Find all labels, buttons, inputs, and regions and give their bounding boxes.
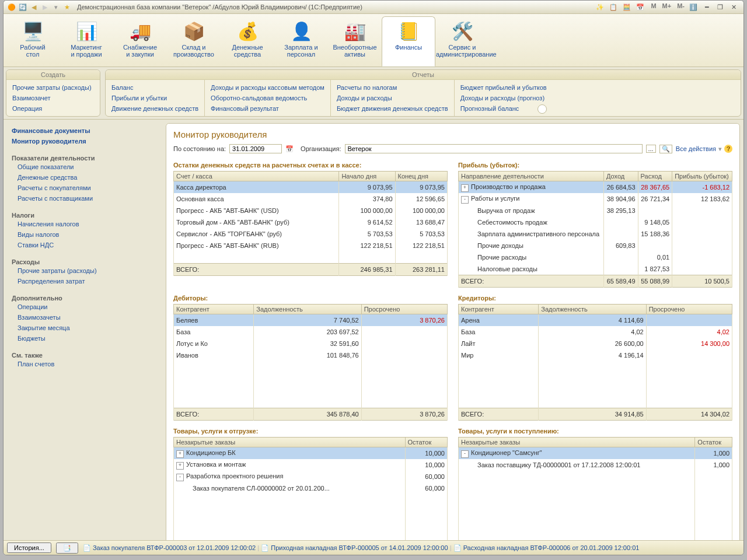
subpanel-link[interactable]: Прочие затраты (расходы) xyxy=(12,82,92,93)
subpanel-link[interactable]: Расчеты по налогам xyxy=(337,82,448,93)
sidebar-item[interactable]: Общие показатели xyxy=(12,162,158,172)
fav-add-icon[interactable]: ✨ xyxy=(595,2,605,12)
col-header[interactable]: Незакрытые заказы xyxy=(459,438,695,447)
table-row[interactable]: База203 697,52 xyxy=(174,326,448,338)
sidebar-item[interactable]: Денежные средства xyxy=(12,172,158,183)
subpanel-link[interactable]: Операция xyxy=(12,103,92,114)
mem-mminus-button[interactable]: M- xyxy=(675,2,686,12)
col-header[interactable]: Остаток xyxy=(405,438,448,447)
col-header[interactable]: Незакрытые заказы xyxy=(174,438,406,447)
expand-icon[interactable]: + xyxy=(461,184,469,192)
ribbon-tab[interactable]: 📊Маркетинг и продажи xyxy=(60,16,113,66)
calc-icon[interactable]: 🧮 xyxy=(622,2,631,12)
table-row[interactable]: Беляев7 740,523 870,26 xyxy=(174,314,448,327)
table-row[interactable]: Лотус и Ко32 591,60 xyxy=(174,338,448,349)
org-ellipsis-button[interactable]: ... xyxy=(646,145,656,153)
org-search-icon[interactable]: 🔍 xyxy=(659,145,672,153)
col-header[interactable]: Направление деятельности xyxy=(459,172,604,181)
chevron-down-icon[interactable]: ▾ xyxy=(718,145,722,153)
table-row[interactable]: -Кондиционер "Самсунг"1,000 xyxy=(459,447,732,460)
col-header[interactable]: Контрагент xyxy=(459,304,539,314)
sidebar-item[interactable]: Бюджеты xyxy=(12,333,158,344)
subpanel-link[interactable]: Прогнозный баланс xyxy=(460,103,547,114)
subpanel-link[interactable]: Доходы и расходы xyxy=(337,93,448,103)
table-row[interactable]: +Производство и продажа26 684,5328 367,6… xyxy=(459,181,732,194)
table-row[interactable]: Заказ покупателя СЛ-00000002 от 20.01.20… xyxy=(174,482,448,494)
sidebar-item[interactable]: Закрытие месяца xyxy=(12,323,158,333)
col-header[interactable]: Расход xyxy=(638,172,672,181)
subpanel-link[interactable]: Баланс xyxy=(111,82,198,93)
subpanel-link[interactable]: Финансовый результат xyxy=(211,103,324,114)
ribbon-tab[interactable]: 🛠️Сервис и администрирование xyxy=(435,16,489,66)
col-header[interactable]: Просрочено xyxy=(361,304,447,314)
subpanel-link[interactable]: Доходы и расходы кассовым методом xyxy=(211,82,324,93)
col-header[interactable]: Контрагент xyxy=(174,304,254,314)
ribbon-tab[interactable]: 💰Денежные средства xyxy=(221,16,274,66)
table-row[interactable]: Мир4 196,14 xyxy=(459,349,732,361)
subpanel-link[interactable]: Бюджет движения денежных средств xyxy=(337,103,448,114)
table-row[interactable]: Себестоимость продаж9 148,05 xyxy=(459,216,732,228)
expand-icon[interactable]: - xyxy=(461,196,469,204)
maximize-icon[interactable]: ❐ xyxy=(715,2,725,12)
col-header[interactable]: Задолженность xyxy=(254,304,361,314)
col-header[interactable]: Просрочено xyxy=(646,304,732,314)
date-picker-icon[interactable]: 📅 xyxy=(285,145,294,153)
star-icon[interactable]: ★ xyxy=(62,2,72,12)
col-header[interactable]: Прибыль (убыток) xyxy=(672,172,732,181)
col-header[interactable]: Начало дня xyxy=(339,172,395,181)
sidebar-item[interactable]: Взаимозачеты xyxy=(12,312,158,323)
col-header[interactable]: Конец дня xyxy=(395,172,447,181)
table-row[interactable]: Зарплата административного персонала15 1… xyxy=(459,228,732,240)
table-row[interactable]: Прочие расходы0,01 xyxy=(459,251,732,263)
expand-icon[interactable]: - xyxy=(461,450,469,458)
col-header[interactable]: Доход xyxy=(603,172,638,181)
sidebar-item[interactable]: Виды налогов xyxy=(12,229,158,240)
sidebar-item[interactable]: Финансовые документы xyxy=(12,125,158,136)
status-doc-link[interactable]: Приходная накладная ВТФР-000005 от 14.01… xyxy=(271,544,448,551)
expand-icon[interactable]: + xyxy=(176,462,184,470)
mem-mplus-button[interactable]: M+ xyxy=(661,2,673,12)
info-icon[interactable]: ℹ️ xyxy=(689,2,698,12)
table-row[interactable]: Прочие доходы609,83 xyxy=(459,240,732,251)
subpanel-link[interactable]: Движение денежных средств xyxy=(111,103,198,114)
ribbon-tab[interactable]: 🖥️Рабочий стол xyxy=(6,16,60,66)
table-row[interactable]: База4,024,02 xyxy=(459,326,732,338)
table-row[interactable]: Лайт26 600,0014 300,00 xyxy=(459,338,732,349)
back-icon[interactable]: ◀ xyxy=(29,2,39,12)
more-icon[interactable] xyxy=(537,104,547,114)
mem-m-button[interactable]: M xyxy=(649,2,658,12)
org-input[interactable] xyxy=(345,144,643,153)
table-row[interactable]: Налоговые расходы1 827,53 xyxy=(459,263,732,275)
expand-icon[interactable]: + xyxy=(176,450,184,458)
all-actions-link[interactable]: Все действия xyxy=(676,145,716,152)
sidebar-item[interactable]: Расчеты с покупателями xyxy=(12,183,158,193)
table-row[interactable]: Сервислог - АКБ "ТОРГБАНК" (руб)5 703,53… xyxy=(174,228,448,240)
sidebar-item[interactable]: Прочие затраты (расходы) xyxy=(12,265,158,276)
status-doc-link[interactable]: Заказ покупателя ВТФР-000003 от 12.01.20… xyxy=(93,544,256,551)
col-header[interactable]: Задолженность xyxy=(539,304,646,314)
ribbon-tab[interactable]: 📒Финансы xyxy=(382,16,435,66)
col-header[interactable]: Счет / касса xyxy=(174,172,339,181)
table-row[interactable]: Основная касса374,8012 596,65 xyxy=(174,193,448,205)
sidebar-item[interactable]: Ставки НДС xyxy=(12,240,158,250)
dropdown-icon[interactable]: ▾ xyxy=(51,2,61,12)
fwd-icon[interactable]: ▶ xyxy=(40,2,50,12)
status-extra-button[interactable]: 📑 xyxy=(56,542,78,554)
date-input[interactable] xyxy=(229,144,282,153)
table-row[interactable]: Выручка от продаж38 295,13 xyxy=(459,205,732,216)
ribbon-tab[interactable]: 🏭Внеоборотные активы xyxy=(328,16,382,66)
table-row[interactable]: Заказ поставщику ТД-00000001 от 17.12.20… xyxy=(459,459,732,471)
table-row[interactable]: Прогресс - АКБ "АВТ-БАНК" (RUB)122 218,5… xyxy=(174,240,448,251)
refresh-icon[interactable]: 🔄 xyxy=(18,2,27,12)
sidebar-item[interactable]: Монитор руководителя xyxy=(12,136,158,146)
subpanel-link[interactable]: Бюджет прибылей и убытков xyxy=(460,82,547,93)
table-row[interactable]: Торговый дом - АКБ "АВТ-БАНК" (руб)9 614… xyxy=(174,216,448,228)
sidebar-item[interactable]: Начисления налогов xyxy=(12,219,158,229)
expand-icon[interactable]: - xyxy=(176,474,184,481)
clipboard-icon[interactable]: 📋 xyxy=(609,2,618,12)
minimize-icon[interactable]: ━ xyxy=(702,2,711,12)
table-row[interactable]: +Кондиционер БК10,000 xyxy=(174,447,448,460)
close-icon[interactable]: ✕ xyxy=(729,2,738,12)
subpanel-link[interactable]: Прибыли и убытки xyxy=(111,93,198,103)
table-row[interactable]: Иванов101 848,76 xyxy=(174,349,448,361)
